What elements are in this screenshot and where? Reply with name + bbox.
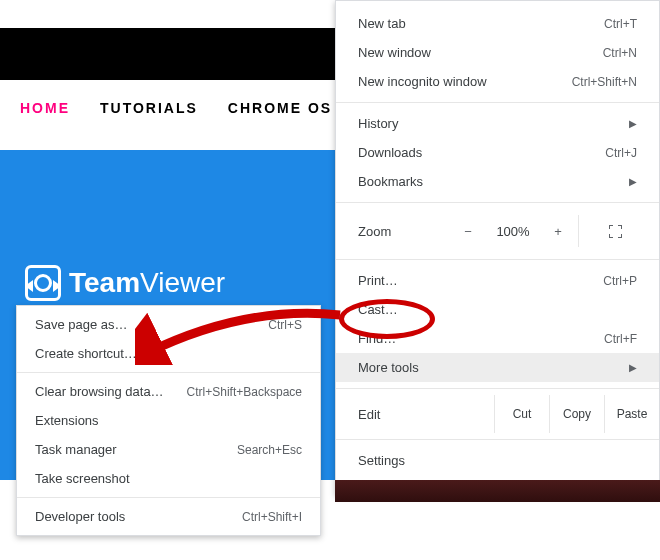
menu-item-label: Downloads: [358, 145, 422, 160]
menu-bookmarks[interactable]: Bookmarks ▶: [336, 167, 659, 196]
logo-text-bold: Team: [69, 267, 140, 298]
nav-tutorials[interactable]: TUTORIALS: [100, 100, 198, 116]
chevron-right-icon: ▶: [629, 118, 637, 129]
menu-item-label: Bookmarks: [358, 174, 423, 189]
submenu-item-label: Task manager: [35, 442, 117, 457]
menu-edit-row: Edit Cut Copy Paste: [336, 395, 659, 433]
submenu-take-screenshot[interactable]: Take screenshot: [17, 464, 320, 493]
teamviewer-icon: [25, 265, 61, 301]
site-nav: HOME TUTORIALS CHROME OS: [20, 100, 332, 116]
menu-item-label: Find…: [358, 331, 396, 346]
zoom-value: 100%: [488, 224, 538, 239]
teamviewer-logo: TeamViewer: [25, 265, 225, 301]
menu-print[interactable]: Print… Ctrl+P: [336, 266, 659, 295]
menu-find[interactable]: Find… Ctrl+F: [336, 324, 659, 353]
menu-item-shortcut: Ctrl+F: [604, 332, 637, 346]
menu-cast[interactable]: Cast…: [336, 295, 659, 324]
edit-paste-button[interactable]: Paste: [604, 395, 659, 433]
menu-item-label: New incognito window: [358, 74, 487, 89]
edit-label: Edit: [358, 407, 494, 422]
zoom-out-button[interactable]: −: [448, 218, 488, 245]
menu-item-shortcut: Ctrl+P: [603, 274, 637, 288]
menu-item-shortcut: Ctrl+J: [605, 146, 637, 160]
menu-item-label: Print…: [358, 273, 398, 288]
menu-separator: [336, 102, 659, 103]
menu-item-label: More tools: [358, 360, 419, 375]
submenu-item-label: Take screenshot: [35, 471, 130, 486]
menu-separator: [336, 439, 659, 440]
menu-separator: [336, 202, 659, 203]
menu-downloads[interactable]: Downloads Ctrl+J: [336, 138, 659, 167]
submenu-separator: [17, 372, 320, 373]
submenu-item-label: Developer tools: [35, 509, 125, 524]
submenu-item-label: Save page as…: [35, 317, 128, 332]
submenu-extensions[interactable]: Extensions: [17, 406, 320, 435]
menu-item-label: Settings: [358, 453, 405, 468]
menu-separator: [336, 388, 659, 389]
chevron-right-icon: ▶: [629, 362, 637, 373]
menu-item-label: New window: [358, 45, 431, 60]
edit-cut-button[interactable]: Cut: [494, 395, 549, 433]
submenu-item-label: Create shortcut…: [35, 346, 137, 361]
fullscreen-button[interactable]: [578, 215, 651, 247]
submenu-item-shortcut: Ctrl+Shift+Backspace: [187, 385, 302, 399]
menu-new-incognito[interactable]: New incognito window Ctrl+Shift+N: [336, 67, 659, 96]
edit-copy-button[interactable]: Copy: [549, 395, 604, 433]
fullscreen-icon: [609, 225, 622, 238]
submenu-item-shortcut: Ctrl+S: [268, 318, 302, 332]
menu-new-tab[interactable]: New tab Ctrl+T: [336, 9, 659, 38]
chevron-right-icon: ▶: [629, 176, 637, 187]
zoom-label: Zoom: [358, 224, 448, 239]
menu-separator: [336, 259, 659, 260]
menu-item-shortcut: Ctrl+N: [603, 46, 637, 60]
submenu-item-shortcut: Search+Esc: [237, 443, 302, 457]
menu-item-shortcut: Ctrl+T: [604, 17, 637, 31]
submenu-developer-tools[interactable]: Developer tools Ctrl+Shift+I: [17, 502, 320, 531]
submenu-item-shortcut: Ctrl+Shift+I: [242, 510, 302, 524]
more-tools-submenu: Save page as… Ctrl+S Create shortcut… Cl…: [16, 305, 321, 536]
submenu-task-manager[interactable]: Task manager Search+Esc: [17, 435, 320, 464]
menu-more-tools[interactable]: More tools ▶: [336, 353, 659, 382]
submenu-save-page[interactable]: Save page as… Ctrl+S: [17, 310, 320, 339]
menu-zoom-row: Zoom − 100% +: [336, 209, 659, 253]
chrome-main-menu: New tab Ctrl+T New window Ctrl+N New inc…: [335, 0, 660, 495]
submenu-item-label: Clear browsing data…: [35, 384, 164, 399]
menu-item-label: History: [358, 116, 398, 131]
menu-item-shortcut: Ctrl+Shift+N: [572, 75, 637, 89]
submenu-separator: [17, 497, 320, 498]
submenu-item-label: Extensions: [35, 413, 99, 428]
menu-item-label: New tab: [358, 16, 406, 31]
zoom-in-button[interactable]: +: [538, 218, 578, 245]
nav-home[interactable]: HOME: [20, 100, 70, 116]
nav-chromeos[interactable]: CHROME OS: [228, 100, 332, 116]
menu-new-window[interactable]: New window Ctrl+N: [336, 38, 659, 67]
logo-text-light: Viewer: [140, 267, 225, 298]
menu-history[interactable]: History ▶: [336, 109, 659, 138]
header-black-bar: [0, 28, 340, 80]
submenu-create-shortcut[interactable]: Create shortcut…: [17, 339, 320, 368]
submenu-clear-data[interactable]: Clear browsing data… Ctrl+Shift+Backspac…: [17, 377, 320, 406]
menu-item-label: Cast…: [358, 302, 398, 317]
status-bar: [335, 480, 660, 502]
menu-settings[interactable]: Settings: [336, 446, 659, 475]
